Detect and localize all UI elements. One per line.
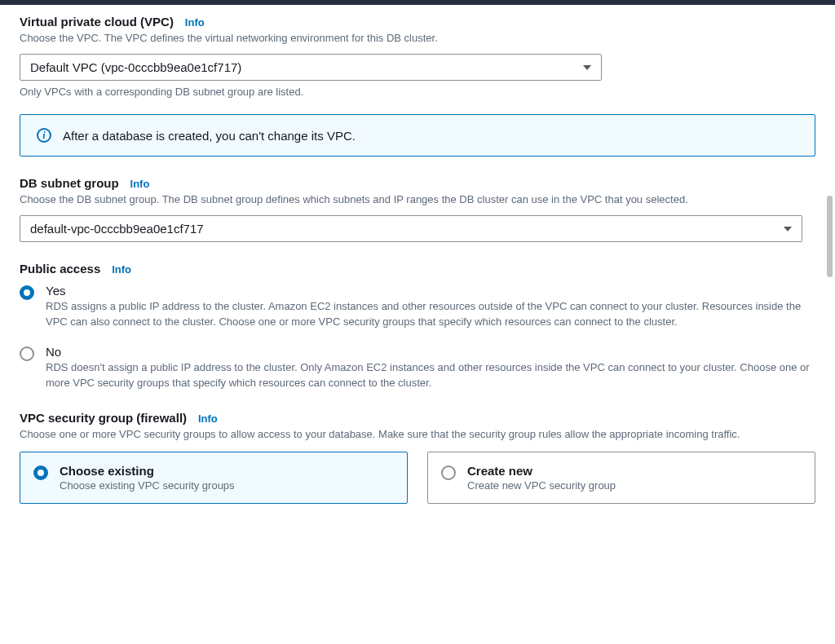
radio-unselected-icon[interactable] — [20, 346, 34, 361]
radio-unselected-icon[interactable] — [441, 465, 456, 480]
security-group-description: Choose one or more VPC security groups t… — [20, 427, 815, 442]
public-access-yes-label: Yes — [46, 284, 815, 298]
choose-existing-desc: Choose existing VPC security groups — [60, 479, 235, 492]
public-access-yes-content: Yes RDS assigns a public IP address to t… — [46, 284, 815, 330]
vpc-hint: Only VPCs with a corresponding DB subnet… — [20, 86, 815, 98]
vpc-description: Choose the VPC. The VPC defines the virt… — [20, 31, 815, 46]
public-access-label-row: Public access Info — [20, 262, 815, 276]
security-group-options: Choose existing Choose existing VPC secu… — [20, 452, 815, 504]
choose-existing-content: Choose existing Choose existing VPC secu… — [60, 464, 235, 492]
subnet-info-link[interactable]: Info — [130, 178, 150, 190]
radio-selected-icon[interactable] — [33, 465, 48, 480]
vpc-select[interactable]: Default VPC (vpc-0cccbb9ea0e1cf717) — [20, 54, 602, 81]
radio-selected-icon[interactable] — [20, 285, 34, 300]
caret-down-icon — [583, 65, 591, 70]
public-access-no-label: No — [46, 345, 815, 359]
create-new-desc: Create new VPC security group — [467, 479, 616, 492]
create-new-option[interactable]: Create new Create new VPC security group — [427, 452, 815, 504]
security-group-info-link[interactable]: Info — [198, 412, 218, 425]
vpc-label: Virtual private cloud (VPC) — [20, 15, 174, 29]
public-access-no-content: No RDS doesn't assign a public IP addres… — [46, 345, 815, 391]
info-icon: i — [37, 128, 51, 143]
choose-existing-option[interactable]: Choose existing Choose existing VPC secu… — [20, 452, 408, 504]
choose-existing-title: Choose existing — [60, 464, 235, 478]
vpc-info-link[interactable]: Info — [185, 16, 205, 29]
subnet-selected-value: default-vpc-0cccbb9ea0e1cf717 — [30, 222, 204, 236]
subnet-section: DB subnet group Info Choose the DB subne… — [20, 176, 815, 242]
create-new-content: Create new Create new VPC security group — [467, 464, 616, 492]
security-group-label-row: VPC security group (firewall) Info — [20, 411, 815, 425]
vpc-section: Virtual private cloud (VPC) Info Choose … — [20, 15, 815, 157]
subnet-description: Choose the DB subnet group. The DB subne… — [20, 192, 815, 207]
public-access-no-item[interactable]: No RDS doesn't assign a public IP addres… — [20, 345, 815, 391]
create-new-title: Create new — [467, 464, 616, 478]
form-content: Virtual private cloud (VPC) Info Choose … — [0, 5, 835, 523]
vpc-change-alert: i After a database is created, you can't… — [20, 114, 815, 157]
subnet-select[interactable]: default-vpc-0cccbb9ea0e1cf717 — [20, 215, 802, 242]
public-access-label: Public access — [20, 262, 100, 276]
public-access-section: Public access Info Yes RDS assigns a pub… — [20, 262, 815, 390]
security-group-label: VPC security group (firewall) — [20, 411, 187, 425]
public-access-radio-group: Yes RDS assigns a public IP address to t… — [20, 284, 815, 390]
public-access-yes-item[interactable]: Yes RDS assigns a public IP address to t… — [20, 284, 815, 330]
public-access-info-link[interactable]: Info — [112, 263, 131, 276]
scrollbar-thumb[interactable] — [827, 196, 833, 277]
vpc-label-row: Virtual private cloud (VPC) Info — [20, 15, 815, 29]
subnet-label: DB subnet group — [20, 176, 119, 190]
vpc-alert-text: After a database is created, you can't c… — [63, 129, 356, 143]
security-group-section: VPC security group (firewall) Info Choos… — [20, 411, 815, 504]
subnet-label-row: DB subnet group Info — [20, 176, 815, 190]
vpc-selected-value: Default VPC (vpc-0cccbb9ea0e1cf717) — [30, 60, 241, 74]
caret-down-icon — [784, 227, 792, 232]
public-access-no-desc: RDS doesn't assign a public IP address t… — [46, 360, 815, 391]
public-access-yes-desc: RDS assigns a public IP address to the c… — [46, 299, 815, 330]
scrollbar-track[interactable] — [827, 8, 833, 523]
